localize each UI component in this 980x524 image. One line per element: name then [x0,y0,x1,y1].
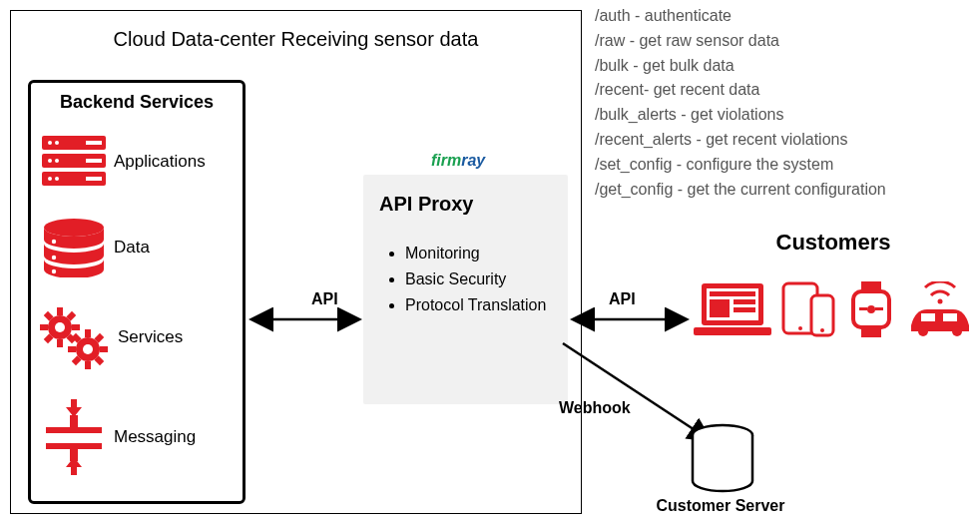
arrow-label-api-right: API [609,290,636,308]
api-proxy-bullet: Monitoring [405,244,552,263]
svg-rect-42 [710,291,755,296]
tablet-phone-icon [781,281,837,337]
backend-item-data: Data [42,218,150,277]
endpoint-line: /recent- get recent data [595,78,978,103]
customer-server-label: Customer Server [621,497,820,515]
endpoint-line: /set_config - configure the system [595,153,978,178]
svg-rect-31 [68,346,76,352]
svg-point-58 [952,326,962,336]
cloud-datacenter-title: Cloud Data-center Receiving sensor data [10,28,582,51]
endpoint-line: /bulk_alerts - get violations [595,103,978,128]
customer-server-icon [689,423,756,495]
svg-point-49 [820,328,824,332]
backend-item-applications: Applications [42,136,206,188]
endpoints-list: /auth - authenticate/raw - get raw senso… [595,4,978,202]
svg-rect-29 [85,361,91,369]
svg-point-57 [918,326,928,336]
api-proxy-bullet: Basic Security [405,269,552,289]
backend-item-label: Services [118,327,183,347]
servers-icon [42,136,106,188]
endpoint-line: /auth - authenticate [595,4,978,29]
backend-services-title: Backend Services [28,92,245,113]
svg-rect-11 [86,177,102,181]
svg-point-13 [52,240,56,244]
gears-icon [38,305,110,369]
customers-title: Customers [699,230,968,256]
arrow-label-api-left: API [311,290,338,308]
endpoint-line: /raw - get raw sensor data [595,29,978,54]
svg-rect-43 [710,299,730,317]
svg-point-14 [52,256,56,260]
firmray-logo: firmray [431,152,485,170]
svg-rect-21 [40,324,48,330]
endpoint-line: /get_config - get the current configurat… [595,178,978,203]
laptop-icon [694,281,771,337]
svg-point-17 [55,322,65,332]
svg-rect-8 [86,159,102,163]
endpoint-line: /bulk - get bulk data [595,54,978,79]
svg-rect-41 [694,327,771,335]
svg-point-7 [55,159,59,163]
svg-point-4 [55,141,59,145]
svg-rect-54 [859,307,867,310]
endpoint-line: /recent_alerts - get recent violations [595,128,978,153]
svg-point-56 [938,299,943,304]
svg-rect-45 [734,307,755,312]
svg-rect-5 [86,141,102,145]
svg-rect-55 [875,307,883,310]
firmray-part2: ray [461,152,485,169]
api-proxy-box: API Proxy Monitoring Basic Security Prot… [363,175,568,404]
api-proxy-bullet: Protocol Translation [405,295,552,315]
svg-rect-28 [85,329,91,337]
svg-point-9 [48,177,52,181]
svg-point-10 [55,177,59,181]
svg-point-15 [52,269,56,273]
backend-item-messaging: Messaging [42,399,196,475]
api-proxy-bullets: Monitoring Basic Security Protocol Trans… [379,244,552,315]
backend-item-label: Messaging [114,427,196,447]
svg-rect-19 [57,339,63,347]
svg-point-27 [83,344,93,354]
svg-point-47 [798,326,802,330]
arrow-proxy-customers [571,309,689,329]
car-wifi-icon [905,281,975,337]
backend-item-label: Data [114,238,150,258]
customer-devices [694,281,975,337]
svg-rect-60 [943,313,957,321]
messaging-icon [42,399,106,475]
arrow-backend-proxy [249,309,361,329]
svg-rect-18 [57,307,63,315]
backend-item-label: Applications [114,152,206,172]
svg-point-53 [867,305,875,313]
svg-point-6 [48,159,52,163]
svg-line-38 [563,343,709,439]
arrow-label-webhook: Webhook [559,399,631,417]
backend-item-services: Services [38,305,183,369]
api-proxy-title: API Proxy [379,193,552,216]
svg-rect-44 [734,299,755,304]
svg-rect-30 [100,346,108,352]
svg-point-12 [44,219,104,237]
database-icon [42,218,106,277]
svg-rect-20 [72,324,80,330]
svg-point-3 [48,141,52,145]
firmray-part1: firm [431,152,461,169]
svg-rect-59 [921,313,935,321]
watch-icon [847,281,895,337]
